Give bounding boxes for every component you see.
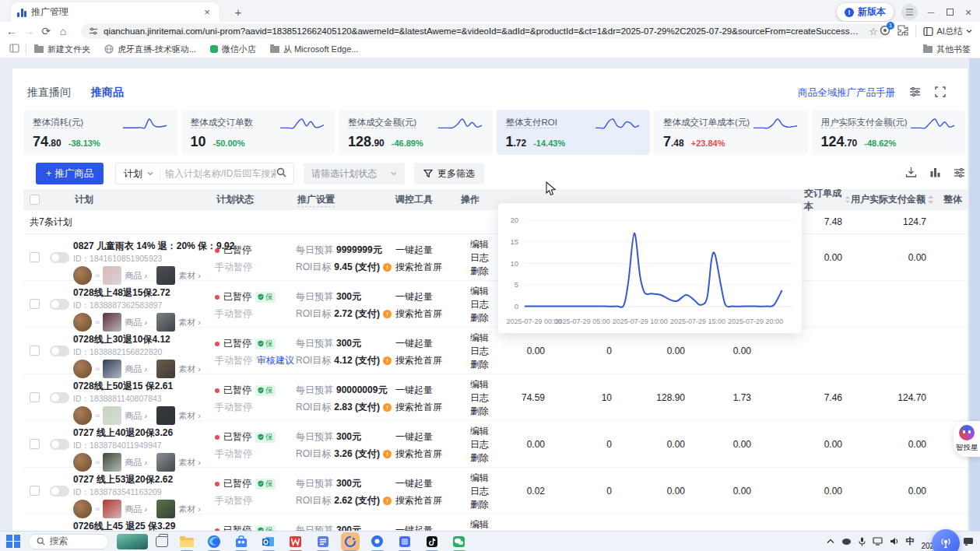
- material-link[interactable]: 素材 ›: [178, 270, 201, 282]
- broadcast-float-button[interactable]: [932, 529, 960, 551]
- display-settings-icon[interactable]: [909, 86, 921, 100]
- op-link[interactable]: 删除: [470, 405, 504, 418]
- taskbar-search[interactable]: 搜索: [28, 534, 109, 549]
- plan-status-select[interactable]: 请筛选计划状态: [304, 163, 405, 184]
- tool-link[interactable]: 一键起量: [395, 290, 459, 304]
- op-link[interactable]: 编辑: [470, 518, 504, 531]
- tray-microphone-icon[interactable]: [859, 537, 866, 546]
- extension-update-icon[interactable]: 1: [880, 25, 890, 38]
- search-icon[interactable]: [276, 167, 293, 180]
- ai-summary-button[interactable]: AI总结: [923, 26, 972, 37]
- tab-live-room[interactable]: 推直播间: [27, 86, 71, 100]
- plan-toggle[interactable]: [50, 346, 69, 356]
- tool-link[interactable]: 搜索抢首屏: [395, 494, 459, 507]
- start-button[interactable]: [6, 535, 20, 549]
- window-minimize-button[interactable]: ─: [926, 7, 936, 18]
- op-link[interactable]: 编辑: [470, 425, 504, 438]
- bookmark-item[interactable]: 虎牙直播-技术驱动...: [104, 44, 196, 55]
- tool-link[interactable]: 一键起量: [395, 244, 459, 257]
- blue-circle-app-taskbar-icon[interactable]: [368, 532, 387, 551]
- other-bookmarks-button[interactable]: 其他书签: [923, 44, 971, 55]
- side-panel-toggle-icon[interactable]: [9, 44, 19, 54]
- bookmark-item[interactable]: 新建文件夹: [34, 44, 90, 55]
- tiktok-douyin-taskbar-icon[interactable]: [423, 532, 441, 551]
- row-checkbox[interactable]: [30, 486, 40, 496]
- row-checkbox[interactable]: [30, 392, 40, 402]
- op-link[interactable]: 删除: [470, 451, 504, 465]
- op-link[interactable]: 编辑: [470, 472, 504, 485]
- review-suggestion-link[interactable]: 审核建议: [257, 354, 294, 367]
- new-version-button[interactable]: ! 新版本: [837, 3, 894, 21]
- tool-link[interactable]: 一键起量: [395, 524, 459, 531]
- browser-tab[interactable]: 推广管理 ×: [11, 2, 220, 22]
- tool-link[interactable]: 一键起量: [395, 337, 459, 350]
- row-checkbox[interactable]: [30, 439, 40, 449]
- plan-toggle[interactable]: [50, 439, 69, 450]
- op-link[interactable]: 编辑: [470, 332, 504, 345]
- stat-card[interactable]: 整体成交订单成本(元)7.48+23.84%: [654, 110, 808, 155]
- ime-indicator[interactable]: 中: [906, 535, 915, 547]
- export-icon[interactable]: [905, 167, 917, 181]
- tool-link[interactable]: 搜索抢首屏: [395, 447, 459, 461]
- stat-card[interactable]: 整体消耗(元)74.80-38.13%: [23, 110, 177, 155]
- tray-mouse-icon[interactable]: [841, 538, 852, 546]
- row-checkbox[interactable]: [30, 299, 40, 309]
- stat-card[interactable]: 整体支付ROI1.72-14.43%: [497, 110, 651, 155]
- home-button[interactable]: ⌂: [54, 25, 72, 37]
- wechat-taskbar-icon[interactable]: [450, 532, 469, 551]
- op-link[interactable]: 编辑: [470, 378, 504, 391]
- page-scroll-strip[interactable]: [969, 58, 980, 531]
- tool-link[interactable]: 一键起量: [395, 477, 459, 490]
- tray-network-icon[interactable]: [873, 537, 883, 546]
- extensions-puzzle-icon[interactable]: [897, 25, 908, 38]
- forward-button[interactable]: →: [20, 25, 37, 37]
- product-link[interactable]: 商品 ›: [125, 363, 147, 375]
- stat-card[interactable]: 整体成交订单数10-50.00%: [181, 110, 335, 155]
- op-link[interactable]: 日志: [470, 485, 504, 498]
- bookmark-star-icon[interactable]: ☆: [869, 26, 878, 37]
- notification-center-icon[interactable]: [963, 537, 974, 546]
- plan-toggle[interactable]: [50, 252, 69, 263]
- columns-icon[interactable]: [929, 167, 941, 181]
- bookmark-item[interactable]: 从 Microsoft Edge...: [270, 44, 359, 55]
- tab-close-icon[interactable]: ×: [201, 6, 213, 18]
- promote-product-button[interactable]: + 推广商品: [36, 163, 104, 184]
- tool-link[interactable]: 搜索抢首屏: [395, 354, 459, 367]
- op-link[interactable]: 日志: [470, 345, 504, 358]
- tray-chevron-icon[interactable]: [827, 539, 834, 544]
- qianchuan-active-app-taskbar-icon[interactable]: [341, 532, 360, 551]
- product-link[interactable]: 商品 ›: [125, 317, 147, 328]
- more-filters-button[interactable]: 更多筛选: [414, 163, 484, 184]
- tool-link[interactable]: 搜索抢首屏: [395, 307, 459, 321]
- blue-tile-app-taskbar-icon[interactable]: [395, 532, 414, 551]
- url-field[interactable]: qianchuan.jinritemai.com/uni-prom?aavid=…: [81, 23, 886, 39]
- product-link[interactable]: 商品 ›: [125, 504, 147, 515]
- header-cell[interactable]: [23, 195, 45, 205]
- tool-link[interactable]: 一键起量: [395, 430, 459, 444]
- plan-toggle[interactable]: [50, 299, 69, 310]
- bookmark-item[interactable]: 微信小店: [210, 44, 256, 55]
- window-maximize-button[interactable]: [944, 7, 955, 18]
- tool-link[interactable]: 搜索抢首屏: [395, 401, 459, 414]
- fullscreen-icon[interactable]: [935, 86, 946, 100]
- plan-toggle[interactable]: [50, 392, 69, 403]
- product-link[interactable]: 商品 ›: [125, 410, 147, 422]
- product-link[interactable]: 商品 ›: [125, 457, 147, 469]
- table-settings-icon[interactable]: [954, 167, 965, 181]
- wps-office-taskbar-icon[interactable]: [286, 532, 305, 551]
- back-button[interactable]: ←: [3, 25, 20, 37]
- tool-link[interactable]: 一键起量: [395, 384, 459, 397]
- op-link[interactable]: 日志: [470, 391, 504, 405]
- microsoft-store-taskbar-icon[interactable]: [232, 532, 251, 551]
- task-view-button[interactable]: [156, 536, 168, 547]
- tab-product[interactable]: 推商品: [91, 86, 124, 100]
- row-checkbox[interactable]: [30, 252, 40, 262]
- material-link[interactable]: 素材 ›: [178, 317, 201, 328]
- material-link[interactable]: 素材 ›: [178, 363, 201, 375]
- outlook-taskbar-icon[interactable]: [259, 532, 278, 551]
- op-link[interactable]: 日志: [470, 438, 504, 451]
- product-link[interactable]: 商品 ›: [125, 270, 147, 282]
- op-link[interactable]: 删除: [470, 498, 504, 511]
- zhitouxing-float-widget[interactable]: 智投星: [954, 421, 980, 457]
- search-type-select[interactable]: 计划: [116, 167, 160, 181]
